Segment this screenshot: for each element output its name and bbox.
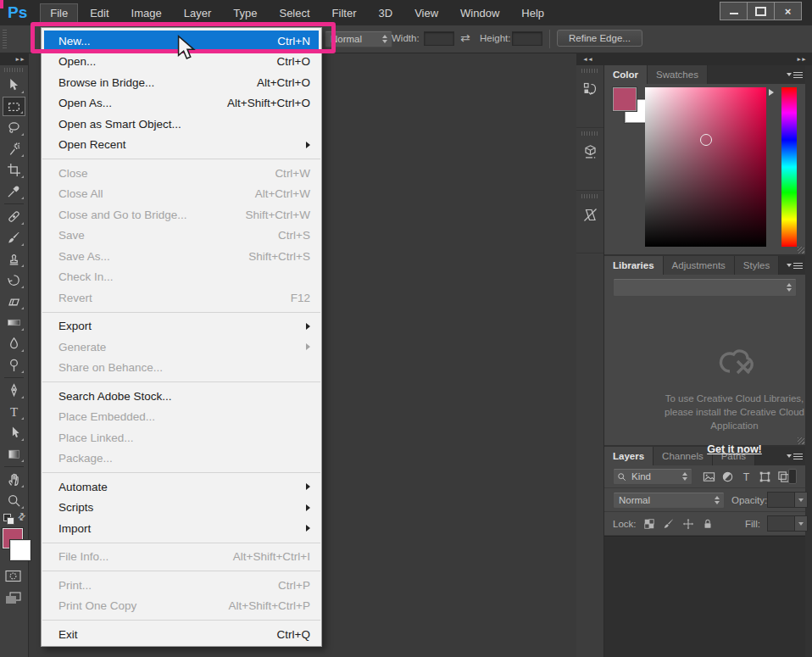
collapse-panels-icon[interactable]: ►► [796, 56, 806, 61]
width-input[interactable] [424, 31, 454, 46]
blur-tool[interactable] [3, 334, 25, 354]
background-color-swatch[interactable] [10, 540, 31, 560]
layers-blend-mode-dropdown[interactable]: Normal [613, 492, 725, 509]
menu-item-close-all[interactable]: Close AllAlt+Ctrl+W [42, 184, 321, 205]
collapsed-panel-3d-icon[interactable] [579, 141, 601, 163]
menubar-item-edit[interactable]: Edit [80, 3, 119, 23]
eraser-tool[interactable] [3, 292, 25, 311]
menubar-item-view[interactable]: View [404, 3, 448, 23]
dock-grip[interactable] [581, 69, 598, 73]
foreground-color-well[interactable] [613, 87, 637, 111]
minimize-button[interactable] [720, 2, 748, 20]
menu-item-browse-in-bridge[interactable]: Browse in Bridge...Alt+Ctrl+O [42, 72, 321, 93]
history-brush-tool[interactable] [3, 270, 25, 290]
menubar-item-type[interactable]: Type [223, 3, 267, 23]
tab-swatches[interactable]: Swatches [648, 65, 708, 84]
hand-tool[interactable] [3, 470, 25, 489]
menu-item-close-and-go-to-bridge[interactable]: Close and Go to Bridge...Shift+Ctrl+W [42, 204, 321, 225]
menu-item-open-as[interactable]: Open As...Alt+Shift+Ctrl+O [42, 93, 321, 114]
collapsed-panel-history-icon[interactable] [579, 78, 601, 100]
filter-pixel-layers-icon[interactable] [700, 469, 717, 484]
libraries-dropdown[interactable] [613, 278, 797, 297]
swap-colors-icon[interactable]: ⇄ [15, 510, 29, 524]
quick-mask-button[interactable] [4, 569, 22, 587]
hue-slider[interactable] [781, 87, 797, 247]
clone-stamp-tool[interactable] [3, 249, 25, 269]
refine-edge-button[interactable]: Refine Edge... [557, 30, 642, 47]
menu-item-place-linked[interactable]: Place Linked... [42, 427, 321, 448]
height-input[interactable] [512, 31, 542, 46]
menu-item-export[interactable]: Export [42, 316, 321, 337]
color-picker-ring[interactable] [700, 134, 712, 146]
toolbar-expand-button[interactable]: ►► [0, 53, 28, 65]
lock-all-icon[interactable] [700, 516, 716, 532]
toolbar-grip[interactable] [4, 68, 24, 72]
menu-item-close[interactable]: CloseCtrl+W [42, 163, 321, 184]
menubar-item-help[interactable]: Help [511, 3, 554, 23]
menu-item-open-as-smart-object[interactable]: Open as Smart Object... [42, 114, 321, 135]
lock-transparency-icon[interactable] [642, 516, 658, 532]
lasso-tool[interactable] [3, 118, 25, 137]
zoom-tool[interactable] [3, 491, 25, 510]
menubar-item-file[interactable]: File [40, 3, 78, 23]
options-bar-grip[interactable] [3, 30, 7, 48]
collapsed-panel-artboard-icon[interactable] [579, 203, 601, 225]
panel-menu-button[interactable] [783, 65, 805, 84]
spot-healing-brush-tool[interactable] [3, 207, 25, 226]
menu-item-print[interactable]: Print...Ctrl+P [42, 575, 321, 596]
menubar-item-image[interactable]: Image [121, 3, 172, 23]
get-it-now-link[interactable]: Get it now! [707, 443, 762, 456]
menu-item-share-on-behance[interactable]: Share on Behance... [42, 358, 321, 379]
layer-filter-kind-dropdown[interactable]: Kind [613, 468, 692, 485]
crop-tool[interactable] [3, 160, 25, 180]
menubar-item-window[interactable]: Window [450, 3, 509, 23]
menubar-item-layer[interactable]: Layer [174, 3, 222, 23]
menubar-item-filter[interactable]: Filter [322, 3, 367, 23]
menu-item-search-adobe-stock[interactable]: Search Adobe Stock... [42, 386, 321, 407]
filter-type-layers-icon[interactable] [737, 469, 754, 484]
dock-grip[interactable] [581, 131, 598, 136]
tab-layers[interactable]: Layers [604, 447, 653, 465]
gradient-tool[interactable] [3, 313, 25, 332]
type-tool[interactable] [3, 402, 25, 421]
eyedropper-tool[interactable] [3, 181, 25, 201]
menu-item-import[interactable]: Import [42, 518, 321, 539]
dodge-tool[interactable] [3, 355, 25, 375]
layer-filter-toggle[interactable] [788, 469, 797, 484]
tab-styles[interactable]: Styles [735, 256, 779, 275]
saturation-brightness-field[interactable] [645, 87, 766, 247]
move-tool[interactable] [3, 75, 25, 95]
magic-wand-tool[interactable] [3, 139, 25, 159]
path-selection-tool[interactable] [3, 423, 25, 443]
menu-item-save[interactable]: SaveCtrl+S [42, 225, 321, 247]
maximize-button[interactable] [747, 2, 775, 20]
menu-item-file-info[interactable]: File Info...Alt+Shift+Ctrl+I [42, 547, 321, 568]
menubar-item-select[interactable]: Select [269, 3, 320, 23]
menu-item-revert[interactable]: RevertF12 [42, 287, 321, 309]
filter-adjustment-layers-icon[interactable] [719, 469, 736, 484]
menu-item-save-as[interactable]: Save As...Shift+Ctrl+S [42, 246, 321, 267]
menu-item-place-embedded[interactable]: Place Embedded... [42, 407, 321, 428]
menu-item-open-recent[interactable]: Open Recent [42, 135, 321, 156]
brush-tool[interactable] [3, 228, 25, 248]
menu-item-automate[interactable]: Automate [42, 476, 321, 498]
menu-item-scripts[interactable]: Scripts [42, 498, 321, 519]
menubar-item-3d[interactable]: 3D [369, 3, 403, 23]
menu-item-print-one-copy[interactable]: Print One CopyAlt+Shift+Ctrl+P [42, 596, 321, 617]
rectangular-marquee-tool[interactable] [3, 97, 25, 116]
screen-mode-button[interactable] [4, 591, 22, 609]
menu-item-exit[interactable]: ExitCtrl+Q [42, 624, 321, 645]
opacity-dropdown[interactable] [767, 492, 808, 508]
panel-resize-grip[interactable] [798, 437, 804, 444]
tab-color[interactable]: Color [604, 65, 648, 84]
tab-libraries[interactable]: Libraries [604, 256, 664, 275]
fill-dropdown[interactable] [767, 515, 808, 532]
lock-pixels-icon[interactable] [661, 516, 677, 532]
menu-item-check-in[interactable]: Check In... [42, 267, 321, 288]
default-colors-icon[interactable] [3, 513, 11, 521]
pen-tool[interactable] [3, 381, 25, 400]
tab-adjustments[interactable]: Adjustments [664, 256, 735, 275]
close-button[interactable]: × [774, 2, 802, 20]
layers-list[interactable] [604, 536, 805, 657]
collapse-dock-icon[interactable]: ◄◄ [582, 56, 592, 61]
